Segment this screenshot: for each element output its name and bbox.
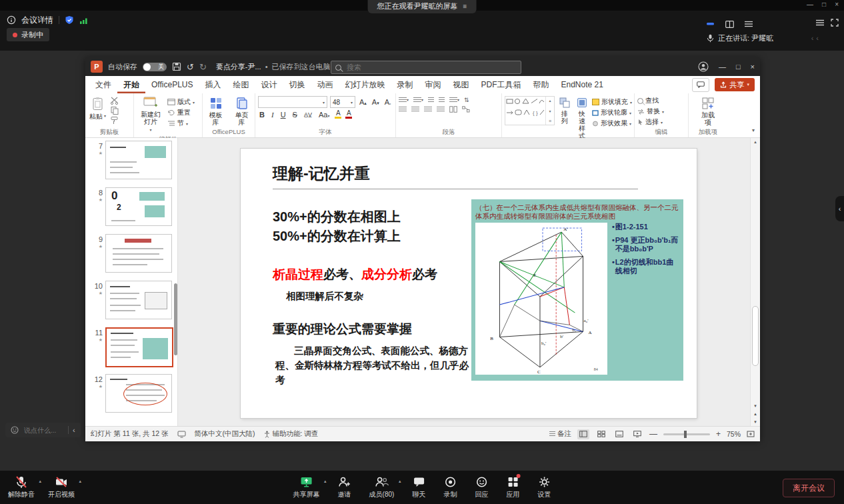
cut-icon[interactable] xyxy=(110,96,119,105)
normal-view-button[interactable] xyxy=(577,429,589,439)
thumbnail-preview[interactable] xyxy=(105,141,172,179)
tab-design[interactable]: 设计 xyxy=(255,76,283,93)
tab-home[interactable]: 开始 xyxy=(117,76,145,93)
share-button[interactable]: 共享 ▾ xyxy=(715,78,755,91)
shrink-font-icon[interactable]: A▾ xyxy=(371,98,381,106)
canvas-scrollbar[interactable]: ▴ ▾ ▴ ▾ xyxy=(750,138,760,426)
network-signal-icon[interactable] xyxy=(79,16,88,25)
thumbnail-preview[interactable]: 0 2 xyxy=(105,187,172,226)
banner-menu-icon[interactable]: ≡ xyxy=(463,3,467,10)
shapes-scroll[interactable]: ▴▾≡ xyxy=(545,97,554,125)
reading-view-button[interactable] xyxy=(613,429,625,439)
tab-slideshow[interactable]: 幻灯片放映 xyxy=(339,76,391,93)
font-size-combo[interactable]: 48▾ xyxy=(330,96,355,108)
video-options-caret-icon[interactable]: ▴ xyxy=(79,479,81,484)
tab-endnote[interactable]: EndNote 21 xyxy=(555,76,609,93)
copy-icon[interactable] xyxy=(110,106,119,115)
zoom-slider[interactable] xyxy=(663,433,710,435)
tab-help[interactable]: 帮助 xyxy=(527,76,555,93)
chevron-left-icon[interactable]: ‹ xyxy=(816,34,819,42)
share-screen-button[interactable]: ▴ 共享屏幕 xyxy=(293,475,320,499)
start-video-button[interactable]: ▴ 开启视频 xyxy=(48,475,75,499)
language-indicator[interactable]: 简体中文(中国大陆) xyxy=(195,429,255,439)
thumbnail-scrollbar[interactable] xyxy=(174,283,177,355)
sidebar-expand-handle[interactable]: ‹ xyxy=(835,196,844,221)
panel-page-arrows[interactable]: ‹‹ xyxy=(811,34,821,42)
page-library-button[interactable]: 单页库 xyxy=(231,96,252,127)
change-case-icon[interactable]: Aa▾ xyxy=(317,111,331,119)
next-slide-icon[interactable]: ▾ xyxy=(754,419,757,425)
smartart-convert-icon[interactable] xyxy=(462,106,470,113)
members-caret-icon[interactable]: ▴ xyxy=(399,479,401,484)
arrange-button[interactable]: 排列 xyxy=(557,96,572,125)
search-box[interactable] xyxy=(331,61,521,74)
shapes-gallery[interactable]: { } ▴▾≡ xyxy=(505,96,555,125)
replace-button[interactable]: 替换▾ xyxy=(637,107,664,116)
align-left-icon[interactable] xyxy=(399,107,407,113)
tab-draw[interactable]: 绘图 xyxy=(227,76,255,93)
invite-button[interactable]: 邀请 xyxy=(338,475,351,499)
align-center-icon[interactable] xyxy=(411,107,419,113)
zoom-slider-knob[interactable] xyxy=(684,431,687,438)
autosave-toggle[interactable]: 关 xyxy=(143,63,167,71)
increase-indent-icon[interactable] xyxy=(439,97,445,103)
minimized-view-icon[interactable] xyxy=(707,21,715,27)
slide-editing-area[interactable]: 理解-记忆并重 30%+的分数在相图上 50%+的分数在计算上 析晶过程必考、成… xyxy=(241,149,697,418)
arrow-up-icon[interactable]: ▴ xyxy=(549,98,551,103)
clear-formatting-icon[interactable]: Aₓ xyxy=(383,98,393,106)
collapse-chat-icon[interactable]: ‹ xyxy=(73,426,75,434)
shape-outline-button[interactable]: 形状轮廓▾ xyxy=(592,108,632,117)
accessibility-checker[interactable]: 辅助功能: 调查 xyxy=(264,429,319,439)
numbering-button[interactable]: ▾ xyxy=(413,97,423,103)
unmute-button[interactable]: ▴ 解除静音 xyxy=(8,475,35,499)
slideshow-view-button[interactable] xyxy=(631,429,643,439)
reactions-button[interactable]: 回应 xyxy=(475,475,488,499)
highlight-color-button[interactable]: A xyxy=(335,110,341,119)
record-button[interactable]: 录制 xyxy=(443,475,457,499)
scrollbar-thumb[interactable] xyxy=(752,306,759,366)
notes-button[interactable]: 备注 xyxy=(549,429,571,439)
align-right-icon[interactable] xyxy=(424,107,432,113)
mic-options-caret-icon[interactable]: ▴ xyxy=(39,479,41,484)
decrease-indent-icon[interactable] xyxy=(428,97,434,103)
chat-button[interactable]: 聊天 xyxy=(412,475,425,499)
tab-record[interactable]: 录制 xyxy=(391,76,419,93)
template-library-button[interactable]: 模板库 xyxy=(205,96,226,127)
scroll-down-icon[interactable]: ▾ xyxy=(754,403,757,409)
more-icon[interactable]: ≡ xyxy=(549,119,551,123)
redo-icon[interactable]: ↻ xyxy=(199,63,207,71)
undo-icon[interactable]: ↺ xyxy=(187,63,194,71)
format-painter-icon[interactable] xyxy=(110,116,119,125)
maximize-icon[interactable]: □ xyxy=(822,1,826,8)
strikethrough-button[interactable]: S xyxy=(291,111,299,119)
new-slide-button[interactable]: 新建幻灯片▾ xyxy=(137,96,165,135)
underline-button[interactable]: U xyxy=(279,111,287,119)
leave-meeting-button[interactable]: 离开会议 xyxy=(783,479,835,497)
ppt-maximize-icon[interactable]: □ xyxy=(736,63,741,71)
tab-insert[interactable]: 插入 xyxy=(199,76,227,93)
ppt-close-icon[interactable]: × xyxy=(751,63,755,71)
security-shield-icon[interactable] xyxy=(65,15,74,25)
panel-menu-icon[interactable] xyxy=(816,19,824,26)
fit-to-window-icon[interactable] xyxy=(747,430,755,438)
emoji-icon[interactable] xyxy=(11,426,19,434)
chevron-left-icon[interactable]: ‹ xyxy=(811,34,814,42)
zoom-out-button[interactable]: — xyxy=(649,429,657,439)
tab-review[interactable]: 审阅 xyxy=(419,76,447,93)
collapse-ribbon-icon[interactable]: ▾ xyxy=(752,127,755,133)
split-view-icon[interactable] xyxy=(725,21,734,28)
find-button[interactable]: 查找 xyxy=(637,96,659,105)
select-button[interactable]: 选择▾ xyxy=(637,117,663,127)
meeting-info-icon[interactable] xyxy=(7,15,16,25)
fullscreen-icon[interactable] xyxy=(831,19,839,27)
slide-sorter-view-button[interactable] xyxy=(595,429,607,439)
italic-button[interactable]: I xyxy=(270,111,275,119)
arrow-down-icon[interactable]: ▾ xyxy=(549,109,551,113)
grow-font-icon[interactable]: A▴ xyxy=(358,98,368,106)
settings-button[interactable]: 设置 xyxy=(537,475,551,499)
tab-officeplus[interactable]: OfficePLUS xyxy=(145,76,199,93)
recording-indicator[interactable]: 录制中 xyxy=(7,28,49,41)
apps-button[interactable]: 应用 xyxy=(506,475,519,499)
addins-button[interactable]: 加载项 xyxy=(699,96,717,127)
section-button[interactable]: 节▾ xyxy=(167,119,195,128)
